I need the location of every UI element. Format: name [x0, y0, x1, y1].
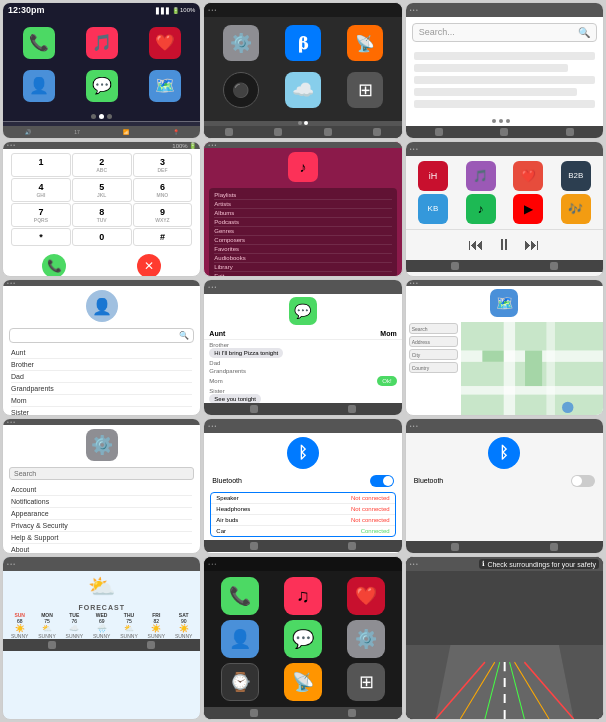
spotify-station[interactable]: ♪ — [466, 194, 496, 224]
settings-app-icon[interactable]: ⚙️ — [347, 620, 385, 658]
menu-playlists[interactable]: Playlists — [214, 191, 391, 200]
iheart-icon[interactable]: ❤️ — [149, 27, 181, 59]
menu-composers[interactable]: Composers — [214, 236, 391, 245]
key-1[interactable]: 1 — [11, 153, 71, 177]
next-button[interactable]: ⏭ — [524, 236, 540, 254]
prev-button[interactable]: ⏮ — [468, 236, 484, 254]
settings-account[interactable]: Account — [11, 484, 192, 496]
map-view[interactable]: 📍 — [461, 320, 603, 416]
contact-grandparents[interactable]: Grandparents — [11, 383, 192, 395]
settings-appearance[interactable]: Appearance — [11, 508, 192, 520]
key-9[interactable]: 9WXYZ — [133, 203, 193, 227]
contacts-icon[interactable]: 👤 — [23, 70, 55, 102]
settings-privacy[interactable]: Privacy & Security — [11, 520, 192, 532]
contacts-app-icon[interactable]: 👤 — [221, 620, 259, 658]
app-iheart[interactable]: ❤️ — [337, 577, 395, 615]
carplay-cloud[interactable]: ☁️ — [275, 72, 331, 113]
contact-brother[interactable]: Brother — [11, 359, 192, 371]
carplay-siri[interactable]: ⚫ — [212, 72, 268, 113]
end-call-button[interactable]: ✕ — [137, 254, 161, 278]
key-8[interactable]: 8TUV — [72, 203, 132, 227]
carplay-app-icon[interactable]: ⊞ — [347, 663, 385, 701]
app-watch[interactable]: ⌚ — [210, 663, 268, 701]
app-iheart[interactable]: ❤️ — [135, 23, 194, 62]
messages-app-icon[interactable]: 💬 — [284, 620, 322, 658]
carplay-bluetooth[interactable]: 𝛃 — [275, 25, 331, 66]
phone-app-icon[interactable]: 📞 — [221, 577, 259, 615]
app-phone[interactable]: 📞 — [9, 23, 68, 62]
city-field[interactable]: City — [409, 349, 458, 360]
carplay-settings[interactable]: ⚙️ — [212, 25, 268, 66]
menu-favorites[interactable]: Favorites — [214, 245, 391, 254]
grid-icon[interactable]: ⊞ — [347, 72, 383, 108]
contact-aunt[interactable]: Aunt — [11, 347, 192, 359]
search-bar[interactable]: Search... 🔍 — [412, 23, 597, 42]
app-messages[interactable]: 💬 — [274, 620, 332, 658]
call-button[interactable]: 📞 — [42, 254, 66, 278]
key-star[interactable]: * — [11, 228, 71, 246]
key-2[interactable]: 2ABC — [72, 153, 132, 177]
menu-library[interactable]: Library — [214, 263, 391, 272]
radio-icon[interactable]: 📡 — [347, 25, 383, 61]
phone-icon[interactable]: 📞 — [23, 27, 55, 59]
menu-audiobooks[interactable]: Audiobooks — [214, 254, 391, 263]
music-icon[interactable]: 🎵 — [86, 27, 118, 59]
app-messages[interactable]: 💬 — [72, 66, 131, 105]
kidbop-station[interactable]: KB — [418, 194, 448, 224]
app-settings[interactable]: ⚙️ — [337, 620, 395, 658]
menu-exit[interactable]: Exit — [214, 272, 391, 278]
settings-help[interactable]: Help & Support — [11, 532, 192, 544]
country-field[interactable]: Country — [409, 362, 458, 373]
music-app-icon[interactable]: ♫ — [284, 577, 322, 615]
key-3[interactable]: 3DEF — [133, 153, 193, 177]
settings-about[interactable]: About — [11, 544, 192, 555]
app-phone[interactable]: 📞 — [210, 577, 268, 615]
siri-icon[interactable]: ⚫ — [223, 72, 259, 108]
app-contacts[interactable]: 👤 — [210, 620, 268, 658]
ok-button[interactable]: Ok! — [377, 376, 396, 386]
settings-search-bar[interactable]: Search — [9, 467, 194, 480]
youtube-station[interactable]: ▶ — [513, 194, 543, 224]
contact-mom[interactable]: Mom — [11, 395, 192, 407]
menu-albums[interactable]: Albums — [214, 209, 391, 218]
address-field[interactable]: Address — [409, 336, 458, 347]
app-carplay[interactable]: ⊞ — [337, 663, 395, 701]
key-0[interactable]: 0 — [72, 228, 132, 246]
key-5[interactable]: 5JKL — [72, 178, 132, 202]
menu-genres[interactable]: Genres — [214, 227, 391, 236]
messages-icon[interactable]: 💬 — [86, 70, 118, 102]
station-3[interactable]: ❤️ — [513, 161, 543, 191]
play-pause-button[interactable]: ⏸ — [496, 236, 512, 254]
cloud-icon[interactable]: ☁️ — [285, 72, 321, 108]
search-field[interactable]: Search — [409, 323, 458, 334]
maps-icon[interactable]: 🗺️ — [149, 70, 181, 102]
bluetooth-icon[interactable]: 𝛃 — [285, 25, 321, 61]
key-7[interactable]: 7PQRS — [11, 203, 71, 227]
search-bar[interactable]: 🔍 — [9, 328, 194, 343]
iheart-station[interactable]: iH — [418, 161, 448, 191]
key-hash[interactable]: # — [133, 228, 193, 246]
watch-app-icon[interactable]: ⌚ — [221, 663, 259, 701]
station-8[interactable]: 🎶 — [561, 194, 591, 224]
app-radio[interactable]: 📡 — [274, 663, 332, 701]
contact-sister[interactable]: Sister — [11, 407, 192, 416]
station-2[interactable]: 🎵 — [466, 161, 496, 191]
bluetooth-toggle-on[interactable] — [370, 475, 394, 487]
contact-dad[interactable]: Dad — [11, 371, 192, 383]
key-6[interactable]: 6MNO — [133, 178, 193, 202]
radio-app-icon[interactable]: 📡 — [284, 663, 322, 701]
app-contacts[interactable]: 👤 — [9, 66, 68, 105]
key-4[interactable]: 4GHI — [11, 178, 71, 202]
station-4[interactable]: B2B — [561, 161, 591, 191]
app-music[interactable]: ♫ — [274, 577, 332, 615]
settings-icon[interactable]: ⚙️ — [223, 25, 259, 61]
bluetooth-toggle-off[interactable] — [571, 475, 595, 487]
carplay-grid[interactable]: ⊞ — [337, 72, 393, 113]
app-maps[interactable]: 🗺️ — [135, 66, 194, 105]
menu-artists[interactable]: Artists — [214, 200, 391, 209]
settings-notifications[interactable]: Notifications — [11, 496, 192, 508]
menu-podcasts[interactable]: Podcasts — [214, 218, 391, 227]
iheart-app-icon[interactable]: ❤️ — [347, 577, 385, 615]
app-music[interactable]: 🎵 — [72, 23, 131, 62]
carplay-radio[interactable]: 📡 — [337, 25, 393, 66]
